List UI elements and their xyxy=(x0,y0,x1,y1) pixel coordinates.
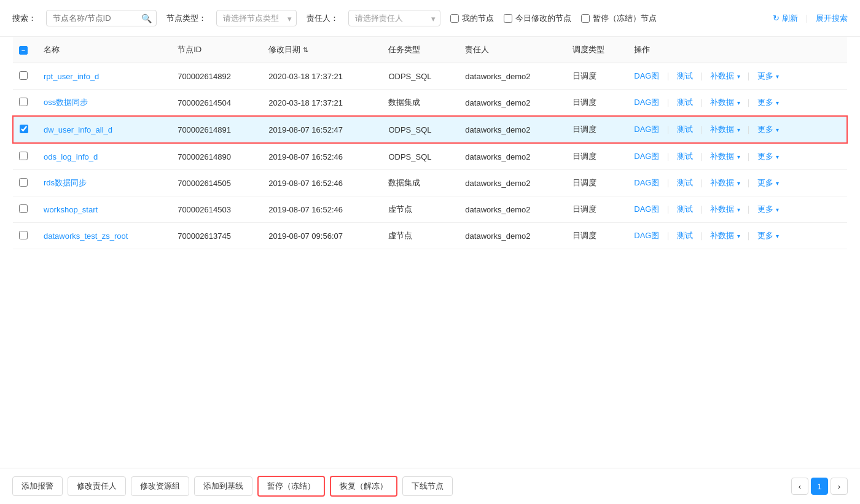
paused-filter[interactable]: 暂停（冻结）节点 xyxy=(581,13,657,24)
more-dropdown-icon[interactable]: ▾ xyxy=(776,126,779,133)
pause-freeze-button[interactable]: 暂停（冻结） xyxy=(257,476,325,497)
restore-unfreeze-button[interactable]: 恢复（解冻） xyxy=(330,476,397,497)
more-dropdown-icon[interactable]: ▾ xyxy=(776,153,779,160)
row-checkbox-2[interactable] xyxy=(19,98,28,106)
more-dropdown-icon[interactable]: ▾ xyxy=(776,206,779,213)
more-link[interactable]: 更多 xyxy=(757,98,773,107)
more-link[interactable]: 更多 xyxy=(757,71,773,80)
search-input[interactable] xyxy=(46,10,157,26)
test-link[interactable]: 测试 xyxy=(677,71,693,80)
row-cell-3: dataworks_demo2 xyxy=(459,170,566,196)
refresh-button[interactable]: ↻ 刷新 xyxy=(773,13,798,24)
more-link[interactable]: 更多 xyxy=(757,204,773,214)
replenish-link[interactable]: 补数据 xyxy=(710,231,734,240)
my-node-label: 我的节点 xyxy=(462,13,494,24)
select-all-minus-icon[interactable]: − xyxy=(19,46,28,55)
test-link[interactable]: 测试 xyxy=(677,204,693,214)
row-name-cell: rpt_user_info_d xyxy=(37,63,171,90)
prev-page-button[interactable]: ‹ xyxy=(791,478,808,495)
row-name-link[interactable]: dw_user_info_all_d xyxy=(44,125,112,134)
row-select-cell xyxy=(13,116,37,143)
row-cell-1: 2019-08-07 09:56:07 xyxy=(262,223,382,249)
replenish-dropdown-icon[interactable]: ▾ xyxy=(737,233,740,239)
row-name-link[interactable]: dataworks_test_zs_root xyxy=(44,231,128,241)
responsible-select[interactable]: 请选择责任人 xyxy=(348,10,440,26)
replenish-dropdown-icon[interactable]: ▾ xyxy=(737,99,740,106)
row-name-link[interactable]: workshop_start xyxy=(44,205,98,214)
row-checkbox-7[interactable] xyxy=(19,231,28,239)
refresh-icon: ↻ xyxy=(773,14,780,23)
replenish-dropdown-icon[interactable]: ▾ xyxy=(737,126,740,133)
replenish-dropdown-icon[interactable]: ▾ xyxy=(737,153,740,160)
row-name-link[interactable]: ods_log_info_d xyxy=(44,152,98,161)
action-sep-2: ｜ xyxy=(697,152,705,161)
row-cell-3: dataworks_demo2 xyxy=(459,63,566,90)
dag-link[interactable]: DAG图 xyxy=(634,178,659,187)
more-link[interactable]: 更多 xyxy=(757,125,773,134)
row-name-link[interactable]: rpt_user_info_d xyxy=(44,72,99,81)
add-to-baseline-button[interactable]: 添加到基线 xyxy=(194,476,252,496)
test-link[interactable]: 测试 xyxy=(677,152,693,161)
row-cell-4: 日调度 xyxy=(566,170,628,196)
row-cell-0: 700002614892 xyxy=(171,63,262,90)
replenish-dropdown-icon[interactable]: ▾ xyxy=(737,206,740,213)
current-page-button[interactable]: 1 xyxy=(811,478,828,495)
more-dropdown-icon[interactable]: ▾ xyxy=(776,233,779,239)
dag-link[interactable]: DAG图 xyxy=(634,231,659,240)
replenish-link[interactable]: 补数据 xyxy=(710,98,734,107)
test-link[interactable]: 测试 xyxy=(677,231,693,240)
row-name-link[interactable]: rds数据同步 xyxy=(44,178,87,187)
more-link[interactable]: 更多 xyxy=(757,152,773,161)
next-page-button[interactable]: › xyxy=(831,478,848,495)
dag-link[interactable]: DAG图 xyxy=(634,204,659,214)
action-sep-2: ｜ xyxy=(697,71,705,80)
action-sep-3: ｜ xyxy=(745,98,752,107)
row-action-cell: DAG图 ｜ 测试 ｜ 补数据 ▾ ｜ 更多 ▾ xyxy=(628,63,847,90)
test-link[interactable]: 测试 xyxy=(677,125,693,134)
row-checkbox-3[interactable] xyxy=(20,125,28,133)
more-link[interactable]: 更多 xyxy=(757,231,773,240)
search-bar: 搜索： 🔍 节点类型： 请选择节点类型 ▾ 责任人： 请选择责任人 ▾ 我的节点 xyxy=(0,0,860,37)
offline-node-button[interactable]: 下线节点 xyxy=(402,476,453,496)
row-checkbox-1[interactable] xyxy=(19,71,28,80)
test-link[interactable]: 测试 xyxy=(677,178,693,187)
modify-resource-group-button[interactable]: 修改资源组 xyxy=(131,476,189,496)
row-cell-0: 700002614503 xyxy=(171,196,262,223)
add-alert-button[interactable]: 添加报警 xyxy=(12,476,63,496)
replenish-link[interactable]: 补数据 xyxy=(710,152,734,161)
dag-link[interactable]: DAG图 xyxy=(634,152,659,161)
replenish-link[interactable]: 补数据 xyxy=(710,125,734,134)
col-modify-date[interactable]: 修改日期⇅ xyxy=(262,37,382,63)
expand-search-button[interactable]: 展开搜索 xyxy=(816,13,848,24)
row-cell-1: 2019-08-07 16:52:46 xyxy=(262,170,382,196)
paused-checkbox[interactable] xyxy=(581,14,590,23)
dag-link[interactable]: DAG图 xyxy=(634,71,659,80)
action-sep-1: ｜ xyxy=(664,152,672,161)
dag-link[interactable]: DAG图 xyxy=(634,98,659,107)
more-dropdown-icon[interactable]: ▾ xyxy=(776,99,779,106)
modify-responsible-button[interactable]: 修改责任人 xyxy=(68,476,126,496)
today-modified-checkbox[interactable] xyxy=(504,14,512,23)
node-type-select-wrap: 请选择节点类型 ▾ xyxy=(216,10,297,26)
today-modified-filter[interactable]: 今日修改的节点 xyxy=(504,13,571,24)
row-checkbox-4[interactable] xyxy=(19,152,28,160)
replenish-link[interactable]: 补数据 xyxy=(710,178,734,187)
more-link[interactable]: 更多 xyxy=(757,178,773,187)
replenish-link[interactable]: 补数据 xyxy=(710,71,734,80)
replenish-dropdown-icon[interactable]: ▾ xyxy=(737,73,740,80)
more-dropdown-icon[interactable]: ▾ xyxy=(776,73,779,80)
row-name-link[interactable]: oss数据同步 xyxy=(44,98,88,107)
dag-link[interactable]: DAG图 xyxy=(634,125,659,134)
my-node-filter[interactable]: 我的节点 xyxy=(450,13,494,24)
replenish-dropdown-icon[interactable]: ▾ xyxy=(737,180,740,187)
row-select-cell xyxy=(13,143,37,170)
my-node-checkbox[interactable] xyxy=(450,14,459,23)
node-type-select[interactable]: 请选择节点类型 xyxy=(216,10,297,26)
test-link[interactable]: 测试 xyxy=(677,98,693,107)
more-dropdown-icon[interactable]: ▾ xyxy=(776,180,779,187)
row-checkbox-5[interactable] xyxy=(19,178,28,187)
sort-icon[interactable]: ⇅ xyxy=(303,46,308,54)
action-sep-1: ｜ xyxy=(664,231,672,240)
row-checkbox-6[interactable] xyxy=(19,204,28,213)
replenish-link[interactable]: 补数据 xyxy=(710,204,734,214)
